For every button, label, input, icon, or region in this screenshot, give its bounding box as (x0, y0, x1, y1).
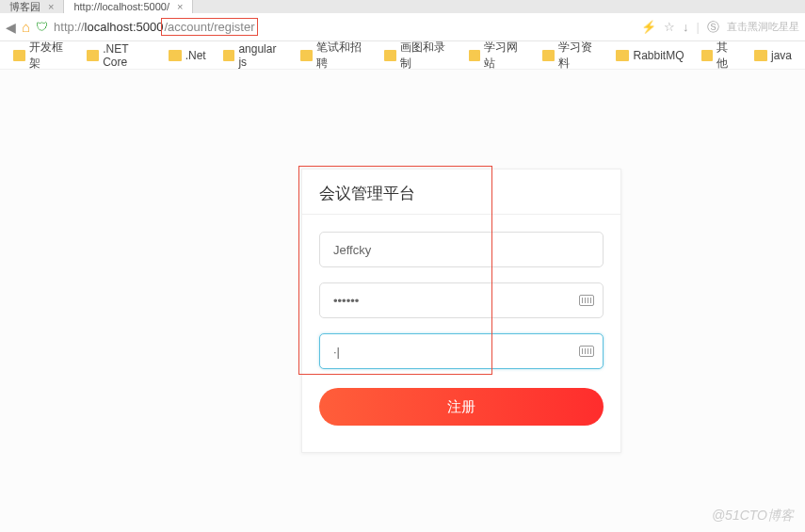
keyboard-icon[interactable] (579, 295, 594, 306)
star-icon[interactable]: ☆ (664, 20, 675, 34)
folder-icon (87, 50, 99, 61)
s-icon[interactable]: Ⓢ (707, 19, 719, 36)
bookmark-item[interactable]: 学习资料 (542, 40, 599, 72)
page-content: 会议管理平台 注册 @51CTO博客 (0, 70, 805, 532)
watermark: @51CTO博客 (712, 508, 794, 524)
bookmark-item[interactable]: 笔试和招聘 (300, 40, 367, 72)
folder-icon (384, 50, 396, 61)
bookmark-label: 笔试和招聘 (316, 40, 368, 72)
bookmark-item[interactable]: .NET Core (87, 42, 151, 69)
bookmark-label: java (771, 49, 792, 62)
keyboard-icon[interactable] (579, 346, 594, 357)
bookmarks-bar: 开发框架 .NET Core .Net angular js 笔试和招聘 画图和… (0, 41, 805, 70)
register-button[interactable]: 注册 (319, 388, 604, 426)
bookmark-item[interactable]: .Net (169, 49, 206, 62)
bookmark-label: angular js (238, 42, 282, 69)
back-icon[interactable]: ◀ (6, 20, 16, 35)
folder-icon (300, 50, 313, 61)
tab-0[interactable]: 博客园 × (0, 0, 64, 13)
bookmark-label: 其他 (716, 40, 737, 72)
separator: | (697, 20, 700, 34)
folder-icon (542, 50, 555, 61)
folder-icon (169, 50, 182, 61)
card-body: 注册 (302, 215, 620, 426)
bookmark-label: 画图和录制 (400, 40, 452, 72)
lightning-icon[interactable]: ⚡ (641, 20, 656, 34)
home-icon[interactable]: ⌂ (22, 19, 30, 35)
username-input[interactable] (319, 232, 604, 267)
password-wrap (319, 282, 604, 318)
bookmark-item[interactable]: angular js (223, 42, 283, 69)
close-icon[interactable]: × (177, 1, 183, 12)
tab-title: http://localhost:5000/ (73, 1, 169, 12)
download-icon[interactable]: ↓ (683, 20, 689, 34)
confirm-password-input[interactable] (319, 333, 604, 369)
bookmark-item[interactable]: 其他 (701, 40, 737, 72)
url-path-highlighted: /account/register (161, 18, 257, 36)
address-right-controls: ⚡ ☆ ↓ | Ⓢ 直击黑洞吃星星 (641, 19, 799, 36)
bookmark-label: .NET Core (103, 42, 151, 69)
folder-icon (469, 50, 481, 61)
bookmark-label: 学习资料 (558, 40, 600, 72)
confirm-wrap (319, 333, 604, 369)
browser-tabs: 博客园 × http://localhost:5000/ × (0, 0, 805, 13)
bookmark-label: 学习网站 (484, 40, 525, 72)
bookmark-item[interactable]: 学习网站 (469, 40, 525, 72)
url-host: localhost:5000 (85, 20, 164, 34)
bookmark-item[interactable]: java (754, 49, 792, 62)
close-icon[interactable]: × (48, 1, 54, 12)
bookmark-item[interactable]: 画图和录制 (384, 40, 451, 72)
tab-1[interactable]: http://localhost:5000/ × (64, 0, 193, 13)
bookmark-item[interactable]: RabbitMQ (616, 49, 684, 62)
url-prefix: http:// (54, 20, 85, 34)
folder-icon (223, 50, 235, 61)
folder-icon (701, 50, 714, 61)
folder-icon (616, 50, 629, 61)
password-input[interactable] (319, 282, 604, 318)
bookmark-label: 开发框架 (29, 40, 71, 72)
bookmark-label: .Net (185, 49, 206, 62)
tab-title: 博客园 (9, 0, 40, 14)
folder-icon (13, 50, 25, 61)
address-bar-row: ◀ ⌂ 🛡 http:// localhost:5000 /account/re… (0, 13, 805, 41)
bookmark-item[interactable]: 开发框架 (13, 40, 70, 72)
card-title: 会议管理平台 (302, 169, 620, 215)
shield-icon: 🛡 (36, 20, 48, 34)
bookmark-label: RabbitMQ (633, 49, 684, 62)
username-wrap (319, 232, 604, 267)
folder-icon (754, 50, 767, 61)
address-bar[interactable]: http:// localhost:5000 /account/register (54, 18, 636, 36)
right-promo-text: 直击黑洞吃星星 (727, 20, 799, 34)
register-card: 会议管理平台 注册 (301, 169, 621, 453)
